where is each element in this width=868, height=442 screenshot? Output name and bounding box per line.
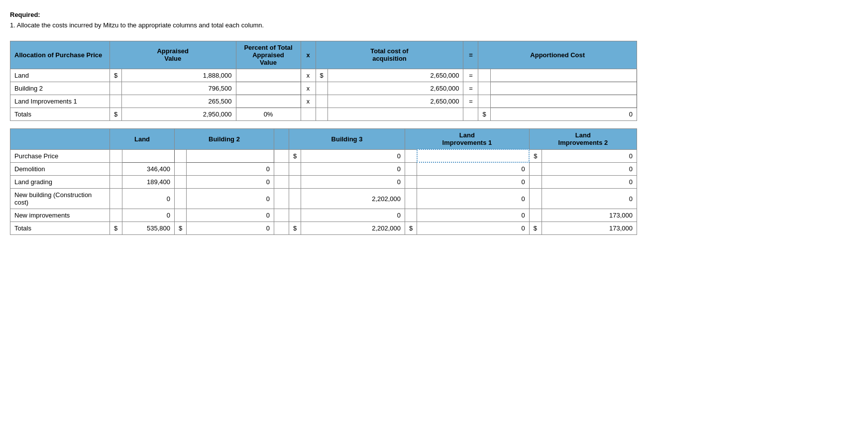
pp-imp1-dollar (405, 149, 417, 162)
pp-imp1-input[interactable] (417, 149, 530, 162)
landimp1-eq: = (463, 95, 478, 108)
instruction-text: 1. Allocate the costs incurred by Mitzu … (10, 21, 264, 29)
row-label-new-building: New building (Construction cost) (10, 189, 110, 209)
building2-apportion-input[interactable] (490, 82, 637, 95)
btot-imp1-value: 0 (417, 222, 530, 235)
table-row: Land Improvements 1 265,500 x 2,650,000 … (10, 95, 637, 108)
demo-imp1-dollar (405, 162, 417, 176)
btot-imp2-value: 173,000 (542, 222, 637, 235)
building2-eq: = (463, 82, 478, 95)
ni-land-dollar (110, 209, 122, 222)
demo-spacer (274, 162, 289, 176)
demo-b3-dollar (289, 162, 301, 176)
ni-b2-dollar (175, 209, 187, 222)
nb-imp1-value: 0 (417, 189, 530, 209)
btot-land-value: 535,800 (122, 222, 175, 235)
pp-b2-dollar (175, 149, 187, 162)
land-eq: = (463, 69, 478, 82)
totals-dollar: $ (110, 108, 122, 120)
pp-land-dollar (110, 149, 122, 162)
nb-land-dollar (110, 189, 122, 209)
landimp1-apportion-input[interactable] (490, 95, 637, 108)
btot-b2-dollar: $ (175, 222, 187, 235)
totals-appraised: 2,950,000 (122, 108, 236, 120)
demo-land-value: 346,400 (122, 162, 175, 176)
nb-imp1-dollar (405, 189, 417, 209)
ni-imp1-value: 0 (417, 209, 530, 222)
landimp1-x: x (301, 95, 316, 108)
ni-imp2-dollar (529, 209, 542, 222)
table-row: Land grading 189,400 0 0 0 0 (10, 176, 637, 189)
header-x: x (301, 41, 316, 69)
row-label-demolition: Demolition (10, 162, 110, 176)
land-percent-input[interactable] (236, 69, 301, 82)
land-x: x (301, 69, 316, 82)
btot-imp2-dollar: $ (529, 222, 542, 235)
nb-imp2-value: 0 (542, 189, 637, 209)
table-row: Demolition 346,400 0 0 0 0 (10, 162, 637, 176)
lg-imp1-dollar (405, 176, 417, 189)
nb-land-value: 0 (122, 189, 175, 209)
landimp1-appraised: 265,500 (122, 95, 236, 108)
building2-appraised: 796,500 (122, 82, 236, 95)
bottom-header-building2: Building 2 (175, 129, 274, 150)
bottom-header-imp2: LandImprovements 2 (529, 129, 637, 150)
landimp1-dollar (110, 95, 122, 108)
pp-imp2-value: 0 (542, 149, 637, 162)
lg-imp1-value: 0 (417, 176, 530, 189)
row-label-land: Land (10, 69, 110, 82)
top-table: Allocation of Purchase Price AppraisedVa… (10, 41, 637, 129)
demo-land-dollar (110, 162, 122, 176)
required-section: Required: 1. Allocate the costs incurred… (10, 10, 858, 31)
nb-b3-value: 2,202,000 (301, 189, 405, 209)
totals-eq (463, 108, 478, 120)
lg-imp2-dollar (529, 176, 542, 189)
btot-land-dollar: $ (110, 222, 122, 235)
building2-total-cost: 2,650,000 (327, 82, 463, 95)
ni-b3-dollar (289, 209, 301, 222)
btot-b3-value: 2,202,000 (301, 222, 405, 235)
nb-b2-dollar (175, 189, 187, 209)
ni-spacer (274, 209, 289, 222)
table-row: New improvements 0 0 0 0 173,000 (10, 209, 637, 222)
lg-land-dollar (110, 176, 122, 189)
building2-dollar (110, 82, 122, 95)
row-label-building2: Building 2 (10, 82, 110, 95)
bottom-header-land: Land (110, 129, 175, 150)
lg-b3-value: 0 (301, 176, 405, 189)
row-label-purchase-price: Purchase Price (10, 149, 110, 162)
landimp1-percent-input[interactable] (236, 95, 301, 108)
row-label-totals: Totals (10, 108, 110, 120)
bottom-header-spacer (274, 129, 289, 150)
gap-row (10, 120, 637, 128)
lg-spacer (274, 176, 289, 189)
landimp1-apportion-dollar (478, 95, 490, 108)
header-eq: = (463, 41, 478, 69)
building2-total-dollar (316, 82, 327, 95)
demo-imp2-value: 0 (542, 162, 637, 176)
pp-land-input[interactable] (122, 149, 175, 162)
nb-b3-dollar (289, 189, 301, 209)
pp-b2-input[interactable] (187, 149, 274, 162)
table-row: Purchase Price $ 0 $ 0 (10, 149, 637, 162)
totals-x (301, 108, 316, 120)
land-apportion-input[interactable] (490, 69, 637, 82)
demo-b2-value: 0 (187, 162, 274, 176)
building2-percent-input[interactable] (236, 82, 301, 95)
lg-b2-dollar (175, 176, 187, 189)
header-total-cost: Total cost ofacquisition (316, 41, 463, 69)
totals-apportion-dollar: $ (478, 108, 490, 120)
btot-b3-dollar: $ (289, 222, 301, 235)
lg-land-value: 189,400 (122, 176, 175, 189)
lg-b2-value: 0 (187, 176, 274, 189)
bottom-totals-label: Totals (10, 222, 110, 235)
land-apportion-dollar (478, 69, 490, 82)
lg-imp2-value: 0 (542, 176, 637, 189)
ni-imp1-dollar (405, 209, 417, 222)
building2-x: x (301, 82, 316, 95)
lg-b3-dollar (289, 176, 301, 189)
pp-spacer (274, 149, 289, 162)
header-appraised: AppraisedValue (110, 41, 236, 69)
ni-b3-value: 0 (301, 209, 405, 222)
table-row-totals: Totals $ 2,950,000 0% $ 0 (10, 108, 637, 120)
